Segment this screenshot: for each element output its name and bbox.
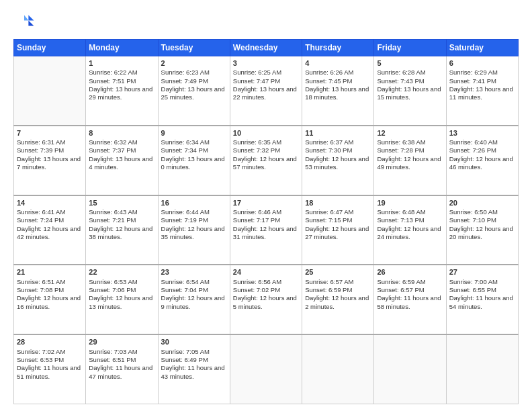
- daylight-text: Daylight: 11 hours and 51 minutes.: [17, 364, 83, 381]
- daylight-text: Daylight: 11 hours and 58 minutes.: [377, 294, 443, 311]
- calendar-cell: [374, 334, 446, 404]
- sunset-text: Sunset: 7:15 PM: [305, 216, 371, 224]
- day-number: 1: [89, 58, 154, 68]
- sunset-text: Sunset: 7:34 PM: [161, 146, 227, 154]
- daylight-text: Daylight: 11 hours and 54 minutes.: [449, 294, 515, 311]
- sunset-text: Sunset: 6:59 PM: [305, 286, 371, 294]
- sunrise-text: Sunrise: 7:02 AM: [17, 348, 83, 356]
- daylight-text: Daylight: 13 hours and 22 minutes.: [233, 85, 299, 102]
- calendar-cell: 13Sunrise: 6:40 AMSunset: 7:26 PMDayligh…: [446, 126, 518, 195]
- calendar-week-row: 7Sunrise: 6:31 AMSunset: 7:39 PMDaylight…: [14, 126, 519, 195]
- sunset-text: Sunset: 7:10 PM: [449, 216, 515, 224]
- sunrise-text: Sunrise: 6:46 AM: [233, 208, 299, 216]
- daylight-text: Daylight: 12 hours and 38 minutes.: [89, 225, 154, 242]
- weekday-header-wednesday: Wednesday: [230, 40, 302, 56]
- sunrise-text: Sunrise: 6:44 AM: [161, 208, 227, 216]
- day-number: 24: [233, 267, 299, 277]
- day-number: 4: [305, 58, 371, 68]
- daylight-text: Daylight: 11 hours and 43 minutes.: [161, 364, 227, 381]
- sunset-text: Sunset: 7:37 PM: [89, 146, 154, 154]
- day-number: 13: [449, 128, 515, 138]
- day-number: 22: [89, 267, 154, 277]
- calendar-cell: 6Sunrise: 6:29 AMSunset: 7:41 PMDaylight…: [446, 56, 518, 126]
- calendar-cell: 25Sunrise: 6:57 AMSunset: 6:59 PMDayligh…: [302, 265, 374, 334]
- daylight-text: Daylight: 13 hours and 25 minutes.: [161, 85, 227, 102]
- calendar-cell: 4Sunrise: 6:26 AMSunset: 7:45 PMDaylight…: [302, 56, 374, 126]
- sunset-text: Sunset: 7:47 PM: [233, 77, 299, 85]
- daylight-text: Daylight: 12 hours and 31 minutes.: [233, 225, 299, 242]
- weekday-header-monday: Monday: [86, 40, 158, 56]
- calendar-cell: [302, 334, 374, 404]
- sunrise-text: Sunrise: 6:22 AM: [89, 68, 154, 77]
- calendar-cell: 15Sunrise: 6:43 AMSunset: 7:21 PMDayligh…: [86, 195, 158, 265]
- sunset-text: Sunset: 7:02 PM: [233, 286, 299, 294]
- daylight-text: Daylight: 13 hours and 4 minutes.: [89, 155, 154, 172]
- sunset-text: Sunset: 6:53 PM: [17, 356, 83, 364]
- calendar-cell: 9Sunrise: 6:34 AMSunset: 7:34 PMDaylight…: [158, 126, 230, 195]
- daylight-text: Daylight: 12 hours and 49 minutes.: [377, 155, 443, 172]
- svg-marker-1: [28, 20, 34, 26]
- sunset-text: Sunset: 7:24 PM: [17, 216, 83, 224]
- sunrise-text: Sunrise: 6:47 AM: [305, 208, 371, 216]
- day-number: 5: [377, 58, 443, 68]
- calendar-week-row: 21Sunrise: 6:51 AMSunset: 7:08 PMDayligh…: [14, 265, 519, 334]
- day-number: 20: [449, 198, 515, 208]
- calendar-cell: 24Sunrise: 6:56 AMSunset: 7:02 PMDayligh…: [230, 265, 302, 334]
- sunset-text: Sunset: 7:04 PM: [161, 286, 227, 294]
- sunrise-text: Sunrise: 6:35 AM: [233, 138, 299, 146]
- calendar-cell: 29Sunrise: 7:03 AMSunset: 6:51 PMDayligh…: [86, 334, 158, 404]
- day-number: 11: [305, 128, 371, 138]
- day-number: 10: [233, 128, 299, 138]
- sunrise-text: Sunrise: 6:29 AM: [449, 68, 515, 77]
- day-number: 30: [161, 337, 227, 347]
- day-number: 29: [89, 337, 154, 347]
- sunrise-text: Sunrise: 6:26 AM: [305, 68, 371, 77]
- sunset-text: Sunset: 6:55 PM: [449, 286, 515, 294]
- calendar-cell: 14Sunrise: 6:41 AMSunset: 7:24 PMDayligh…: [14, 195, 86, 265]
- sunset-text: Sunset: 7:51 PM: [89, 77, 154, 85]
- calendar-cell: 10Sunrise: 6:35 AMSunset: 7:32 PMDayligh…: [230, 126, 302, 195]
- day-number: 23: [161, 267, 227, 277]
- calendar-cell: 20Sunrise: 6:50 AMSunset: 7:10 PMDayligh…: [446, 195, 518, 265]
- calendar-cell: 18Sunrise: 6:47 AMSunset: 7:15 PMDayligh…: [302, 195, 374, 265]
- daylight-text: Daylight: 13 hours and 0 minutes.: [161, 155, 227, 172]
- sunset-text: Sunset: 7:26 PM: [449, 146, 515, 154]
- day-number: 8: [89, 128, 154, 138]
- day-number: 25: [305, 267, 371, 277]
- svg-marker-2: [24, 15, 28, 20]
- calendar-cell: [14, 56, 86, 126]
- sunset-text: Sunset: 7:19 PM: [161, 216, 227, 224]
- sunset-text: Sunset: 7:39 PM: [17, 146, 83, 154]
- daylight-text: Daylight: 13 hours and 11 minutes.: [449, 85, 515, 102]
- daylight-text: Daylight: 12 hours and 2 minutes.: [305, 294, 371, 311]
- sunset-text: Sunset: 7:41 PM: [449, 77, 515, 85]
- weekday-header-thursday: Thursday: [302, 40, 374, 56]
- calendar-cell: 1Sunrise: 6:22 AMSunset: 7:51 PMDaylight…: [86, 56, 158, 126]
- calendar-cell: 16Sunrise: 6:44 AMSunset: 7:19 PMDayligh…: [158, 195, 230, 265]
- calendar-cell: 3Sunrise: 6:25 AMSunset: 7:47 PMDaylight…: [230, 56, 302, 126]
- sunset-text: Sunset: 7:49 PM: [161, 77, 227, 85]
- sunset-text: Sunset: 6:51 PM: [89, 356, 154, 364]
- daylight-text: Daylight: 12 hours and 53 minutes.: [305, 155, 371, 172]
- sunrise-text: Sunrise: 7:00 AM: [449, 278, 515, 286]
- sunset-text: Sunset: 7:06 PM: [89, 286, 154, 294]
- calendar-cell: 7Sunrise: 6:31 AMSunset: 7:39 PMDaylight…: [14, 126, 86, 195]
- sunrise-text: Sunrise: 7:05 AM: [161, 348, 227, 356]
- daylight-text: Daylight: 12 hours and 42 minutes.: [17, 225, 83, 242]
- calendar-cell: 2Sunrise: 6:23 AMSunset: 7:49 PMDaylight…: [158, 56, 230, 126]
- daylight-text: Daylight: 12 hours and 9 minutes.: [161, 294, 227, 311]
- calendar-cell: 23Sunrise: 6:54 AMSunset: 7:04 PMDayligh…: [158, 265, 230, 334]
- daylight-text: Daylight: 13 hours and 18 minutes.: [305, 85, 371, 102]
- calendar-cell: 11Sunrise: 6:37 AMSunset: 7:30 PMDayligh…: [302, 126, 374, 195]
- calendar-week-row: 1Sunrise: 6:22 AMSunset: 7:51 PMDaylight…: [14, 56, 519, 126]
- sunrise-text: Sunrise: 6:48 AM: [377, 208, 443, 216]
- day-number: 18: [305, 198, 371, 208]
- sunset-text: Sunset: 7:45 PM: [305, 77, 371, 85]
- day-number: 19: [377, 198, 443, 208]
- sunrise-text: Sunrise: 6:34 AM: [161, 138, 227, 146]
- daylight-text: Daylight: 12 hours and 20 minutes.: [449, 225, 515, 242]
- sunrise-text: Sunrise: 6:23 AM: [161, 68, 227, 77]
- page-header: [13, 11, 519, 32]
- daylight-text: Daylight: 12 hours and 16 minutes.: [17, 294, 83, 311]
- calendar-cell: [446, 334, 518, 404]
